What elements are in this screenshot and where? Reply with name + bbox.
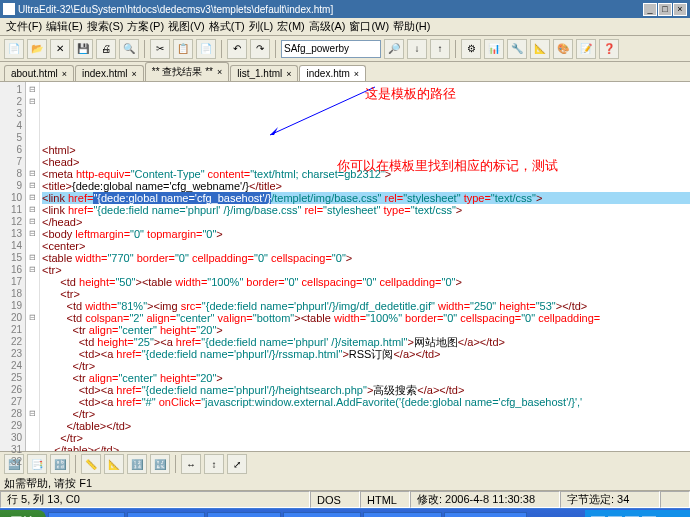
save-icon[interactable]: 💾 <box>73 39 93 59</box>
code-line[interactable]: </table></td> <box>42 420 690 432</box>
print-icon[interactable]: 🖨 <box>96 39 116 59</box>
status-position: 行 5, 列 13, C0 <box>0 491 310 508</box>
find-next-icon[interactable]: ↓ <box>407 39 427 59</box>
taskbar-item[interactable]: UltraEdit-32 ... <box>207 512 281 518</box>
tab-close-icon[interactable]: × <box>286 69 291 79</box>
redo-icon[interactable]: ↷ <box>250 39 270 59</box>
code-line[interactable]: <link href="{dede:field name='phpurl' /}… <box>42 204 690 216</box>
start-button[interactable]: 开始 <box>0 510 46 518</box>
code-line[interactable]: <link href="{dede:global name='cfg_baseh… <box>42 192 690 204</box>
taskbar-item[interactable]: Macromedia D... <box>444 512 527 518</box>
code-line[interactable]: </tr> <box>42 360 690 372</box>
document-tab[interactable]: index.htm× <box>299 65 366 81</box>
tool-icon[interactable]: 📐 <box>104 454 124 474</box>
windows-taskbar: 开始 192.168.0.18...织梦内容管理...UltraEdit-32 … <box>0 508 690 517</box>
undo-icon[interactable]: ↶ <box>227 39 247 59</box>
help-icon[interactable]: ❓ <box>599 39 619 59</box>
status-mode1: DOS <box>310 491 360 508</box>
code-line[interactable]: <tr align="center" height="20"> <box>42 324 690 336</box>
menu-item[interactable]: 搜索(S) <box>85 19 126 34</box>
menu-item[interactable]: 列(L) <box>247 19 275 34</box>
open-file-icon[interactable]: 📂 <box>27 39 47 59</box>
document-tab[interactable]: ** 查找结果 **× <box>145 62 229 81</box>
code-line[interactable]: <title>{dede:global name='cfg_webname'/}… <box>42 180 690 192</box>
tool-icon[interactable]: ⤢ <box>227 454 247 474</box>
document-tab[interactable]: about.html× <box>4 65 74 81</box>
tool-icon[interactable]: ↔ <box>181 454 201 474</box>
paste-icon[interactable]: 📄 <box>196 39 216 59</box>
code-line[interactable]: </head> <box>42 216 690 228</box>
menu-item[interactable]: 帮助(H) <box>391 19 432 34</box>
document-tab[interactable]: index.html× <box>75 65 144 81</box>
fold-gutter[interactable]: ⊟⊟⊟⊟⊟⊟⊟⊟⊟⊟⊟⊟ <box>26 82 40 451</box>
tab-close-icon[interactable]: × <box>132 69 137 79</box>
preview-icon[interactable]: 🔍 <box>119 39 139 59</box>
menu-item[interactable]: 宏(M) <box>275 19 307 34</box>
code-line[interactable]: </table></td> <box>42 444 690 451</box>
menu-item[interactable]: 格式(T) <box>207 19 247 34</box>
system-tray[interactable]: 11:30 <box>585 510 690 518</box>
code-line[interactable]: <tr align="center" height="20"> <box>42 372 690 384</box>
find-prev-icon[interactable]: ↑ <box>430 39 450 59</box>
annotation-arrow <box>230 82 380 138</box>
search-combo[interactable] <box>281 40 381 58</box>
menu-item[interactable]: 方案(P) <box>125 19 166 34</box>
minimize-button[interactable]: _ <box>643 3 657 16</box>
statusbar: 行 5, 列 13, C0 DOS HTML 修改: 2006-4-8 11:3… <box>0 490 690 508</box>
tool-icon[interactable]: ⚙ <box>461 39 481 59</box>
document-tab[interactable]: list_1.html× <box>230 65 298 81</box>
menu-item[interactable]: 编辑(E) <box>44 19 85 34</box>
new-file-icon[interactable]: 📄 <box>4 39 24 59</box>
taskbar-item[interactable]: 织梦内容管理... <box>127 512 205 518</box>
code-area[interactable]: 这是模板的路径 你可以在模板里找到相应的标记，测试 <html><head><m… <box>40 82 690 451</box>
taskbar-item[interactable]: 192.168.0.18... <box>48 512 125 518</box>
tool-icon[interactable]: 📐 <box>530 39 550 59</box>
menu-item[interactable]: 视图(V) <box>166 19 207 34</box>
tool-icon[interactable]: 🔣 <box>150 454 170 474</box>
code-line[interactable]: <td height="50"><table width="100%" bord… <box>42 276 690 288</box>
document-tabs: about.html×index.html×** 查找结果 **×list_1.… <box>0 62 690 82</box>
app-icon <box>3 3 15 15</box>
code-line[interactable]: <td><a href="#" onClick="javascript:wind… <box>42 396 690 408</box>
tool-icon[interactable]: ↕ <box>204 454 224 474</box>
svg-marker-1 <box>270 127 278 135</box>
close-file-icon[interactable]: ✕ <box>50 39 70 59</box>
tool-icon[interactable]: 📊 <box>484 39 504 59</box>
code-line[interactable]: <tr> <box>42 288 690 300</box>
copy-icon[interactable]: 📋 <box>173 39 193 59</box>
tool-icon[interactable]: 🎨 <box>553 39 573 59</box>
close-button[interactable]: × <box>673 3 687 16</box>
maximize-button[interactable]: □ <box>658 3 672 16</box>
tool-icon[interactable]: 🔧 <box>507 39 527 59</box>
code-line[interactable]: <center> <box>42 240 690 252</box>
tool-icon[interactable]: 🔢 <box>127 454 147 474</box>
code-line[interactable]: <td><a href="{dede:field name='phpurl'/}… <box>42 384 690 396</box>
tool-icon[interactable]: 📝 <box>576 39 596 59</box>
cut-icon[interactable]: ✂ <box>150 39 170 59</box>
code-line[interactable]: <table width="770" border="0" cellpaddin… <box>42 252 690 264</box>
code-line[interactable]: <td colspan="2" align="center" valign="b… <box>42 312 690 324</box>
code-line[interactable]: <td width="81%"><img src="{dede:field na… <box>42 300 690 312</box>
code-line[interactable]: <html> <box>42 144 690 156</box>
svg-line-0 <box>270 87 375 135</box>
code-editor[interactable]: 1234567891011121314151617181920212223242… <box>0 82 690 452</box>
menu-item[interactable]: 高级(A) <box>307 19 348 34</box>
tool-icon[interactable]: 📏 <box>81 454 101 474</box>
tab-close-icon[interactable]: × <box>217 67 222 77</box>
find-icon[interactable]: 🔎 <box>384 39 404 59</box>
code-line[interactable]: <body leftmargin="0" topmargin="0"> <box>42 228 690 240</box>
code-line[interactable]: </tr> <box>42 408 690 420</box>
taskbar-item[interactable]: 落伍者站长交... <box>363 512 441 518</box>
tab-close-icon[interactable]: × <box>354 69 359 79</box>
menu-item[interactable]: 文件(F) <box>4 19 44 34</box>
separator <box>144 40 145 58</box>
taskbar-item[interactable]: 织梦内容管理... <box>283 512 361 518</box>
help-text: 如需帮助, 请按 F1 <box>0 476 690 490</box>
code-line[interactable]: <td><a href="{dede:field name='phpurl'/}… <box>42 348 690 360</box>
tab-close-icon[interactable]: × <box>62 69 67 79</box>
code-line[interactable]: <tr> <box>42 264 690 276</box>
tool-icon[interactable]: 🔡 <box>50 454 70 474</box>
code-line[interactable]: <td height="25"><a href="{dede:field nam… <box>42 336 690 348</box>
menu-item[interactable]: 窗口(W) <box>347 19 391 34</box>
code-line[interactable]: </tr> <box>42 432 690 444</box>
